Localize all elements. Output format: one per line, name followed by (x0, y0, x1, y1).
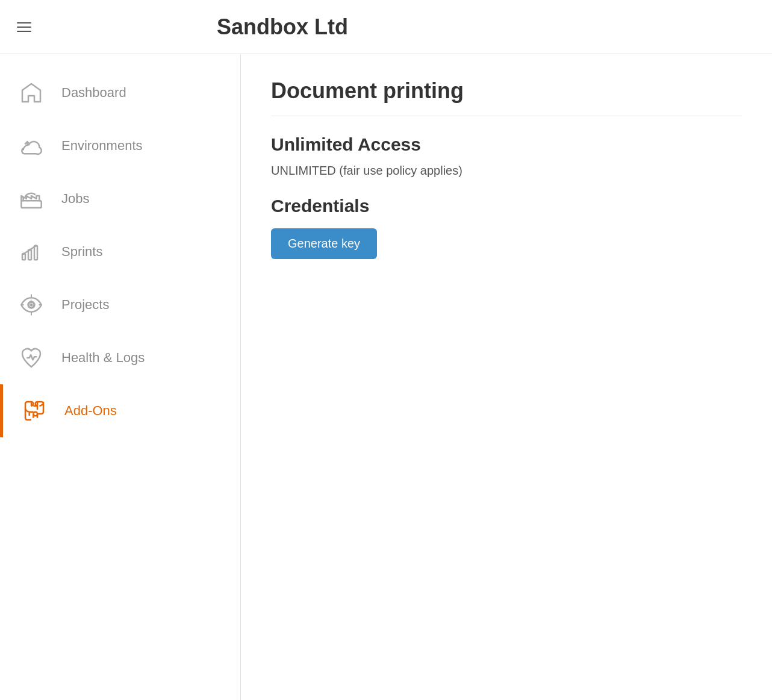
sidebar: Dashboard Environments (0, 54, 241, 700)
sidebar-item-dashboard[interactable]: Dashboard (0, 66, 240, 119)
sidebar-item-jobs[interactable]: Jobs (0, 172, 240, 225)
hamburger-line-2 (17, 27, 31, 28)
svg-rect-3 (34, 246, 37, 260)
app-title: Sandbox Ltd (217, 14, 348, 40)
sidebar-item-add-ons[interactable]: Add-Ons (0, 384, 240, 437)
health-icon (18, 345, 45, 371)
sidebar-item-label-environments: Environments (61, 138, 143, 154)
sidebar-item-label-sprints: Sprints (61, 244, 102, 260)
puzzle-icon (21, 398, 48, 424)
svg-rect-0 (21, 201, 41, 208)
access-title: Unlimited Access (271, 134, 742, 155)
header: Sandbox Ltd (0, 0, 772, 54)
generate-key-button[interactable]: Generate key (271, 228, 377, 259)
sidebar-item-label-health-logs: Health & Logs (61, 350, 145, 366)
sidebar-item-label-dashboard: Dashboard (61, 85, 126, 101)
svg-point-6 (23, 252, 25, 255)
factory-icon (18, 186, 45, 212)
cloud-icon (18, 133, 45, 159)
sidebar-item-label-jobs: Jobs (61, 191, 89, 207)
sidebar-item-health-logs[interactable]: Health & Logs (0, 331, 240, 384)
svg-point-5 (29, 249, 31, 251)
page-title: Document printing (271, 78, 742, 116)
svg-point-4 (35, 245, 37, 247)
chart-icon (18, 239, 45, 265)
sidebar-item-projects[interactable]: Projects (0, 278, 240, 331)
home-icon (18, 80, 45, 106)
credentials-title: Credentials (271, 196, 742, 216)
sidebar-item-environments[interactable]: Environments (0, 119, 240, 172)
hamburger-line-3 (17, 31, 31, 32)
main-layout: Dashboard Environments (0, 54, 772, 700)
main-content: Document printing Unlimited Access UNLIM… (241, 54, 772, 700)
access-description: UNLIMITED (fair use policy applies) (271, 164, 742, 178)
sidebar-item-label-projects: Projects (61, 297, 109, 313)
sidebar-item-sprints[interactable]: Sprints (0, 225, 240, 278)
sidebar-item-label-add-ons: Add-Ons (64, 403, 117, 419)
hamburger-button[interactable] (12, 17, 36, 37)
hamburger-line-1 (17, 22, 31, 23)
gear-eye-icon (18, 292, 45, 318)
